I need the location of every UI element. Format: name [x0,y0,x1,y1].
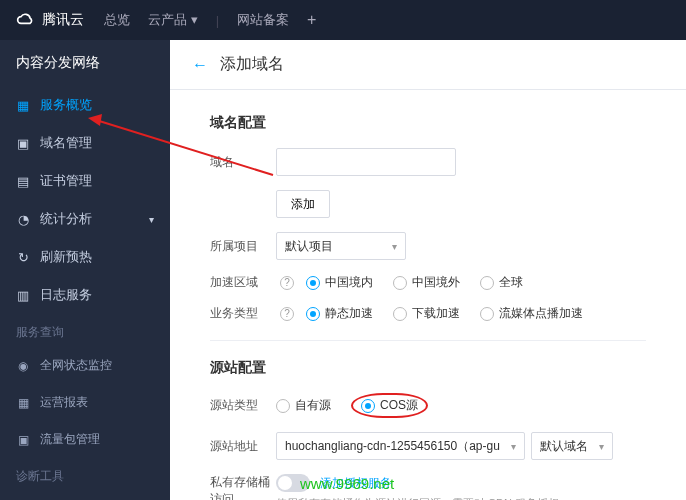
sidebar-item-cert[interactable]: ▤证书管理 [0,162,170,200]
sidebar-item-logs[interactable]: ▥日志服务 [0,276,170,314]
label-private: 私有存储桶访问 [210,474,276,500]
origin-domain-select[interactable]: 默认域名 [531,432,613,460]
sidebar-item-stats[interactable]: ◔统计分析▾ [0,200,170,238]
radio-region-cn[interactable]: 中国境内 [306,274,373,291]
label-project: 所属项目 [210,238,276,255]
info-icon[interactable]: ? [280,276,294,290]
report-icon: ▦ [16,396,30,410]
grid-icon: ▦ [16,98,30,112]
main: ← 添加域名 域名配置 域名 添加 所属项目 默认项目 加速区域 ? 中国境内 [170,40,686,500]
label-region: 加速区域 [210,274,276,291]
section-domain-config: 域名配置 [210,114,646,132]
label-biztype: 业务类型 [210,305,276,322]
radio-biz-stream[interactable]: 流媒体点播加速 [480,305,583,322]
label-origin-addr: 源站地址 [210,438,276,455]
domain-icon: ▣ [16,136,30,150]
topnav-beian[interactable]: 网站备案 [237,11,289,29]
chevron-down-icon: ▾ [149,214,154,225]
topnav: 总览 云产品 ▾ | 网站备案 + [104,11,316,29]
info-icon[interactable]: ? [280,307,294,321]
topbar: 腾讯云 总览 云产品 ▾ | 网站备案 + [0,0,686,40]
label-origin-type: 源站类型 [210,397,276,414]
sidebar-item-purge[interactable]: ↻刷新预热 [0,238,170,276]
sidebar-title: 内容分发网络 [0,40,170,86]
sidebar-item-traffic[interactable]: ▣流量包管理 [0,421,170,458]
private-toggle[interactable] [276,474,310,492]
radio-region-global[interactable]: 全球 [480,274,523,291]
topnav-add-icon[interactable]: + [307,11,316,29]
radio-region-intl[interactable]: 中国境外 [393,274,460,291]
add-button[interactable]: 添加 [276,190,330,218]
page-header: ← 添加域名 [170,40,686,90]
package-icon: ▣ [16,433,30,447]
monitor-icon: ◉ [16,359,30,373]
sidebar-item-ip[interactable]: ▣IP归属查询 [0,491,170,500]
divider [210,340,646,341]
chart-icon: ◔ [16,212,30,226]
cloud-icon [16,10,36,30]
domain-input[interactable] [276,148,456,176]
label-domain: 域名 [210,154,276,171]
origin-addr-select[interactable]: huochangliang-cdn-1255456150（ap-gu [276,432,525,460]
radio-biz-download[interactable]: 下载加速 [393,305,460,322]
radio-origin-own[interactable]: 自有源 [276,397,331,414]
project-select[interactable]: 默认项目 [276,232,406,260]
cert-icon: ▤ [16,174,30,188]
refresh-icon: ↻ [16,250,30,264]
back-arrow-icon[interactable]: ← [192,56,208,74]
section-origin-config: 源站配置 [210,359,646,377]
topnav-separator: | [216,13,219,28]
highlight-circle: COS源 [351,393,428,418]
sidebar: 内容分发网络 ▦服务概览 ▣域名管理 ▤证书管理 ◔统计分析▾ ↻刷新预热 ▥日… [0,40,170,500]
private-hint: 使用私有存储桶作为源站进行回源，需要对 CDN 服务授权 [276,496,559,500]
topnav-overview[interactable]: 总览 [104,11,130,29]
auth-link[interactable]: 添加授权服务 [320,475,392,492]
content: 域名配置 域名 添加 所属项目 默认项目 加速区域 ? 中国境内 中国境外 全球 [170,90,686,500]
sidebar-item-domain[interactable]: ▣域名管理 [0,124,170,162]
brand-text: 腾讯云 [42,11,84,29]
topnav-products[interactable]: 云产品 ▾ [148,11,198,29]
brand-logo[interactable]: 腾讯云 [16,10,84,30]
sidebar-item-report[interactable]: ▦运营报表 [0,384,170,421]
log-icon: ▥ [16,288,30,302]
page-title: 添加域名 [220,54,284,75]
sidebar-item-monitor[interactable]: ◉全网状态监控 [0,347,170,384]
radio-biz-static[interactable]: 静态加速 [306,305,373,322]
sidebar-group-query: 服务查询 [0,314,170,347]
sidebar-item-overview[interactable]: ▦服务概览 [0,86,170,124]
sidebar-group-diag: 诊断工具 [0,458,170,491]
radio-origin-cos[interactable]: COS源 [361,397,418,414]
